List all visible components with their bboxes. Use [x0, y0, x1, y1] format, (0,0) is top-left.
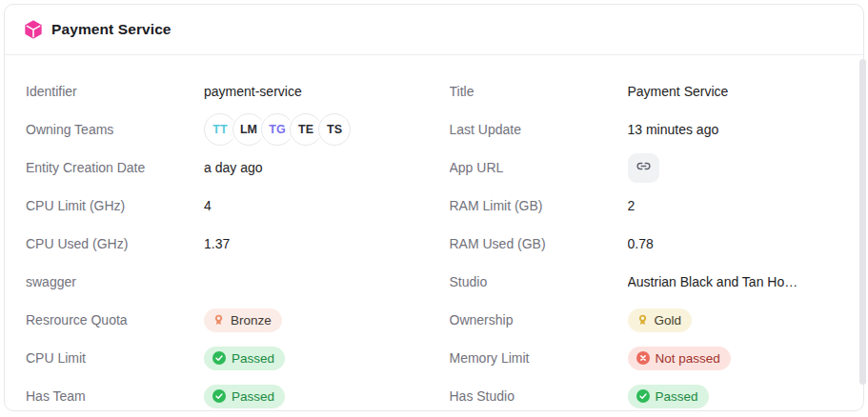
badge-label: Gold	[655, 313, 682, 328]
gold-ownership-badge: Gold	[628, 308, 693, 332]
app-url-link-button[interactable]	[628, 153, 659, 183]
field-label: RAM Limit (GB)	[450, 198, 628, 213]
row-has-studio-check: Has Studio Passed	[450, 377, 855, 411]
link-icon	[636, 158, 652, 177]
field-label: CPU Limit	[26, 350, 204, 366]
scrollbar-thumb[interactable]	[859, 59, 866, 385]
row-studio: Studio Austrian Black and Tan Ho…	[450, 263, 855, 301]
details-column-right: Title Payment Service Last Update 13 min…	[450, 72, 855, 411]
field-value: 2	[628, 198, 636, 213]
row-cpu-limit-check: CPU Limit Passed	[26, 339, 431, 377]
field-label: Last Update	[450, 122, 628, 137]
field-label: Ownership	[450, 312, 628, 328]
field-value: a day ago	[204, 160, 263, 175]
field-label: swagger	[26, 274, 204, 289]
field-value: payment-service	[204, 84, 302, 99]
row-cpu-limit-ghz: CPU Limit (GHz) 4	[26, 187, 431, 225]
team-avatar[interactable]: TE	[290, 113, 322, 146]
field-label: CPU Limit (GHz)	[26, 198, 204, 213]
bronze-quota-badge: Bronze	[204, 308, 282, 332]
row-cpu-used-ghz: CPU Used (GHz) 1.37	[26, 225, 431, 263]
check-circle-icon	[636, 389, 650, 403]
check-circle-icon	[212, 351, 226, 365]
row-has-team-check: Has Team Passed	[26, 377, 431, 411]
field-label: App URL	[450, 160, 628, 175]
field-label: Has Team	[26, 388, 204, 404]
scrollbar-track	[858, 57, 867, 411]
package-cube-icon	[24, 20, 43, 39]
badge-label: Passed	[656, 389, 698, 404]
not-passed-status-badge: Not passed	[628, 347, 731, 370]
row-swagger: swagger	[26, 263, 431, 301]
field-value: Austrian Black and Tan Ho…	[628, 274, 798, 289]
medal-icon	[636, 314, 649, 327]
x-circle-icon	[636, 351, 650, 365]
field-label: Owning Teams	[26, 122, 204, 137]
team-avatar[interactable]: TS	[318, 113, 351, 146]
passed-status-badge: Passed	[204, 347, 285, 370]
row-ram-limit-gb: RAM Limit (GB) 2	[450, 187, 855, 225]
card-title: Payment Service	[51, 21, 172, 38]
badge-label: Passed	[232, 351, 274, 366]
entity-details-card: Payment Service Identifier payment-servi…	[4, 4, 864, 411]
row-ownership: Ownership Gold	[450, 301, 855, 339]
badge-label: Not passed	[656, 351, 720, 366]
passed-status-badge: Passed	[204, 385, 285, 408]
row-resource-quota: Resrource Quota Bronze	[26, 301, 431, 339]
row-last-update: Last Update 13 minutes ago	[450, 110, 855, 149]
details-column-left: Identifier payment-service Owning Teams …	[26, 72, 431, 411]
field-value: Payment Service	[628, 84, 729, 99]
field-label: Resrource Quota	[26, 312, 204, 328]
field-value: 0.78	[628, 236, 654, 251]
row-entity-creation-date: Entity Creation Date a day ago	[26, 149, 431, 187]
field-label: RAM Used (GB)	[450, 236, 628, 251]
details-grid: Identifier payment-service Owning Teams …	[5, 55, 863, 411]
check-circle-icon	[212, 389, 226, 403]
field-label: CPU Used (GHz)	[26, 236, 204, 251]
row-ram-used-gb: RAM Used (GB) 0.78	[450, 225, 855, 263]
row-app-url: App URL	[450, 149, 855, 187]
row-memory-limit-check: Memory Limit Not passed	[450, 339, 855, 377]
field-value: 1.37	[204, 236, 230, 251]
team-avatar[interactable]: TT	[204, 113, 236, 146]
field-label: Identifier	[26, 84, 204, 99]
field-label: Studio	[450, 274, 628, 289]
field-label: Has Studio	[450, 388, 628, 404]
row-identifier: Identifier payment-service	[26, 72, 431, 110]
card-header: Payment Service	[5, 5, 863, 55]
row-title: Title Payment Service	[450, 72, 855, 110]
team-avatar-group: TT LM TG TE TS	[204, 113, 351, 146]
field-label: Memory Limit	[450, 350, 628, 366]
field-value: 13 minutes ago	[628, 122, 719, 137]
field-label: Title	[450, 84, 628, 99]
passed-status-badge: Passed	[628, 385, 709, 408]
team-avatar[interactable]: TG	[261, 113, 293, 146]
badge-label: Passed	[232, 389, 274, 404]
team-avatar[interactable]: LM	[232, 113, 265, 146]
field-label: Entity Creation Date	[26, 160, 204, 175]
medal-icon	[212, 314, 225, 327]
badge-label: Bronze	[231, 313, 272, 328]
row-owning-teams: Owning Teams TT LM TG TE TS	[26, 110, 431, 149]
field-value: 4	[204, 198, 212, 213]
